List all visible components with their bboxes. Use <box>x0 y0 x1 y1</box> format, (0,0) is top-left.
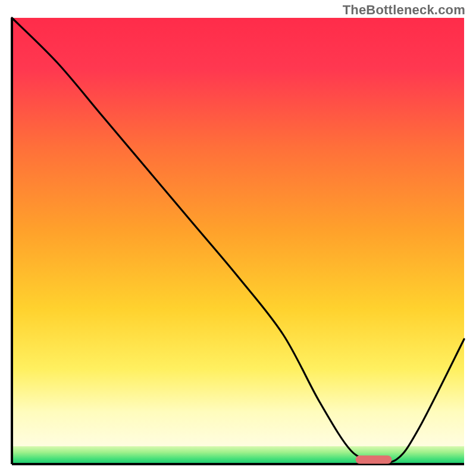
green-band <box>12 446 464 464</box>
bottleneck-chart <box>0 0 476 476</box>
gradient-background <box>12 18 464 446</box>
optimal-marker <box>356 456 392 464</box>
